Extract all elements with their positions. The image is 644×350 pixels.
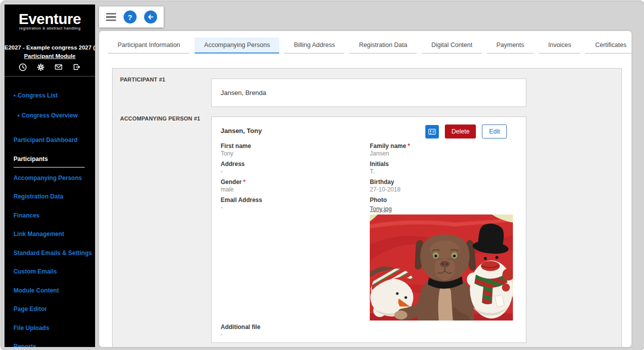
sidebar-divider <box>5 76 95 76</box>
field-initials: Initials T. <box>370 160 518 176</box>
sidebar-item-finances[interactable]: Finances <box>14 212 40 219</box>
bullet-icon: • <box>14 92 16 99</box>
help-button[interactable]: ? <box>124 10 137 24</box>
field-first-name: First name Tony <box>221 142 370 158</box>
photo-file-link[interactable]: Tony.jpg <box>370 206 392 213</box>
accompanying-section-label: ACCOMPANYING PERSON #1 <box>120 116 200 122</box>
tab-payments[interactable]: Payments <box>487 38 534 54</box>
field-gender: Gender* male <box>221 178 370 194</box>
content-area: PARTICIPANT #1 Jansen, Brenda ACCOMPANYI… <box>112 68 622 347</box>
eventure-logo: Eventure <box>5 12 95 26</box>
history-clock-icon[interactable] <box>19 63 27 72</box>
sidebar-icon-bar <box>5 63 95 72</box>
field-family-name: Family name* Jansen <box>370 142 518 158</box>
sidebar-item-accompanying-persons[interactable]: Accompanying Persons <box>14 174 82 182</box>
tab-participant-information[interactable]: Participant Information <box>108 38 190 54</box>
tab-invoices[interactable]: Invoices <box>539 38 581 54</box>
sidebar-item-standard-emails[interactable]: Standard Emails & Settings <box>14 250 92 256</box>
field-photo: Photo Tony.jpg <box>370 196 518 320</box>
sidebar-item-congress-overview[interactable]: •Congress Overview <box>18 112 78 119</box>
sidebar-item-participant-dashboard[interactable]: Participant Dashboard <box>14 136 78 144</box>
field-additional-file: Additional file - <box>221 324 370 338</box>
edit-button[interactable]: Edit <box>482 124 507 138</box>
app-window: Eventure registration & abstract handlin… <box>1 0 644 350</box>
back-button[interactable] <box>144 10 157 24</box>
accompanying-person-photo <box>370 214 513 320</box>
field-address: Address - <box>221 160 370 176</box>
field-birthday: Birthday 27-10-2018 <box>370 178 518 194</box>
tab-accompanying-persons[interactable]: Accompanying Persons <box>195 38 279 54</box>
badge-id-card-button[interactable] <box>425 125 439 138</box>
mail-icon[interactable] <box>54 63 63 72</box>
sidebar: Eventure registration & abstract handlin… <box>5 4 95 347</box>
sidebar-item-congress-list[interactable]: •Congress List <box>14 92 58 99</box>
participant-module-link[interactable]: Participant Module <box>5 53 95 59</box>
top-toolbar: ? <box>99 6 164 28</box>
delete-button[interactable]: Delete <box>445 124 476 138</box>
congress-title: E2027 - Example congress 2027 (A... <box>5 44 95 50</box>
sidebar-item-link-management[interactable]: Link Management <box>14 230 64 238</box>
bullet-icon: • <box>18 112 20 119</box>
participant-card: Jansen, Brenda <box>211 78 526 107</box>
tab-billing-address[interactable]: Billing Address <box>284 38 344 54</box>
sidebar-item-custom-emails[interactable]: Custom Emails <box>14 268 57 275</box>
tab-registration-data[interactable]: Registration Data <box>349 38 417 54</box>
required-asterisk: * <box>243 178 246 186</box>
tab-bar: Participant Information Accompanying Per… <box>108 38 631 54</box>
question-mark-icon: ? <box>128 13 132 22</box>
sidebar-item-reports[interactable]: Reports <box>14 343 36 347</box>
settings-gear-icon[interactable] <box>37 63 45 72</box>
sidebar-item-page-editor[interactable]: Page Editor <box>14 306 47 312</box>
id-card-icon <box>428 128 436 135</box>
sidebar-item-file-uploads[interactable]: File Uploads <box>14 324 49 332</box>
card-action-buttons: Delete Edit <box>425 124 507 138</box>
logout-icon[interactable] <box>73 63 81 72</box>
arrow-left-icon <box>147 13 154 21</box>
field-grid: First name Tony Family name* Jansen Addr… <box>221 142 518 342</box>
logo-tagline: registration & abstract handling <box>5 26 95 30</box>
field-email-address: Email Address - <box>221 196 370 212</box>
participant-name: Jansen, Brenda <box>221 89 266 96</box>
sidebar-item-participants[interactable]: Participants <box>14 156 85 168</box>
accompanying-person-name: Jansen, Tony <box>221 127 262 134</box>
hamburger-menu-icon[interactable] <box>106 12 116 22</box>
tab-certificates[interactable]: Certificates <box>585 38 631 54</box>
participant-section-label: PARTICIPANT #1 <box>120 76 165 82</box>
main-panel: Participant Information Accompanying Per… <box>99 31 631 347</box>
required-asterisk: * <box>408 142 410 150</box>
sidebar-item-registration-data[interactable]: Registration Data <box>14 193 63 200</box>
accompanying-person-card: Jansen, Tony Delete Edit First name Tony… <box>211 116 526 343</box>
tab-digital-content[interactable]: Digital Content <box>422 38 482 54</box>
sidebar-item-module-content[interactable]: Module Content <box>14 287 59 294</box>
